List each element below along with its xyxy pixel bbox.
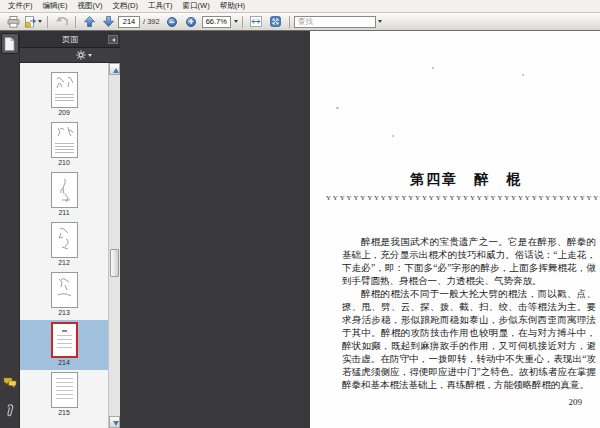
thumbnail-page-211[interactable]: 211 <box>20 170 108 220</box>
thumbnail-image <box>51 322 78 358</box>
previous-view-icon <box>55 16 68 27</box>
body-text: 醉棍是我国武术的宝贵遗产之一。它是在醉形、醉拳的基础上，充分显示出棍术的技巧和威… <box>342 236 596 392</box>
thumbnail-sketch <box>52 225 77 255</box>
paperclip-icon <box>4 403 15 418</box>
thumbnail-image <box>51 272 78 308</box>
attachments-panel-button[interactable] <box>1 400 19 421</box>
export-dropdown-caret[interactable] <box>38 20 42 23</box>
thumbnail-page-214-selected[interactable]: 214 <box>20 320 108 370</box>
zoom-level-select[interactable]: 66.7% <box>202 16 231 28</box>
thumbnail-page-label: 210 <box>58 159 70 166</box>
menu-document[interactable]: 文档(D) <box>110 0 145 12</box>
navigation-rail <box>0 31 20 428</box>
thumbnail-image <box>51 172 78 208</box>
scroll-down-button[interactable] <box>109 416 120 428</box>
hide-panel-button[interactable] <box>108 35 118 44</box>
pages-panel-header: 页面 <box>20 31 120 48</box>
thumbnail-sketch <box>52 275 77 301</box>
thumbnail-page-label: 209 <box>58 109 70 116</box>
document-pane: 第四章 醉 棍 YYYYYYYYYYYYYYYYYYYYYYYYYYYYYYYY… <box>120 31 600 428</box>
thumbnail-heading-line <box>62 330 67 332</box>
options-dropdown-caret[interactable] <box>88 54 92 57</box>
thumbnails-scrollbar[interactable] <box>108 63 120 428</box>
thumbnail-image <box>51 372 78 408</box>
pages-icon <box>4 37 15 51</box>
thumbnail-page-label: 215 <box>58 409 70 416</box>
thumbnail-textlines <box>55 94 74 103</box>
thumbnail-page-label: 212 <box>58 259 70 266</box>
comments-panel-button[interactable] <box>1 372 19 393</box>
rail-bottom-buttons <box>1 372 19 421</box>
toolbar-separator <box>75 16 76 28</box>
menu-tools[interactable]: 工具(T) <box>145 0 180 12</box>
menu-view[interactable]: 视图(V) <box>75 0 110 12</box>
toolbar-separator <box>47 16 48 28</box>
thumbnail-page-212[interactable]: 212 <box>20 220 108 270</box>
fit-width-button[interactable] <box>248 14 265 29</box>
main-area: 页面 <box>0 31 600 428</box>
zoom-dropdown-caret[interactable] <box>234 20 238 23</box>
thumbnail-sketch <box>52 176 77 206</box>
page-up-arrow-icon <box>84 16 95 27</box>
current-page-input[interactable] <box>118 16 140 28</box>
page-down-arrow-icon <box>103 16 114 27</box>
thumbnail-sketch <box>52 125 77 143</box>
total-pages-label: / 392 <box>143 17 160 26</box>
scan-artifact <box>336 107 339 109</box>
thumbnails-list: 209 210 211 <box>20 63 120 428</box>
printer-icon <box>7 16 20 28</box>
scan-artifact <box>432 67 434 69</box>
chapter-heading: 第四章 醉 棍 <box>310 171 600 189</box>
scan-artifact <box>522 74 524 76</box>
toolbar-separator <box>242 16 243 28</box>
pages-panel-title: 页面 <box>62 34 78 45</box>
options-gear-icon[interactable] <box>76 50 86 60</box>
thumbnail-image <box>51 72 78 108</box>
previous-page-button[interactable] <box>81 14 98 29</box>
find-dropdown-caret[interactable] <box>378 20 382 23</box>
paragraph: 醉棍是我国武术的宝贵遗产之一。它是在醉形、醉拳的基础上，充分显示出棍术的技巧和威… <box>342 236 596 288</box>
zoom-level-value: 66.7% <box>206 17 227 26</box>
next-page-button[interactable] <box>100 14 117 29</box>
zoom-out-button[interactable] <box>164 14 181 29</box>
thumbnail-image <box>51 222 78 258</box>
thumbnail-page-215[interactable]: 215 <box>20 370 108 420</box>
thumbnail-textlines <box>55 143 74 153</box>
thumbnail-page-209[interactable]: 209 <box>20 70 108 120</box>
export-button[interactable] <box>24 14 42 29</box>
export-document-icon <box>24 16 36 28</box>
thumbnail-sketch <box>52 75 77 95</box>
menu-help[interactable]: 帮助(H) <box>217 0 252 12</box>
thumbnail-page-label: 214 <box>58 359 70 366</box>
fit-page-button[interactable] <box>267 14 284 29</box>
zoom-in-icon <box>186 17 196 27</box>
document-page: 第四章 醉 棍 YYYYYYYYYYYYYYYYYYYYYYYYYYYYYYYY… <box>310 31 600 428</box>
menu-window[interactable]: 窗口(W) <box>180 0 217 12</box>
thumbnail-page-label: 213 <box>58 309 70 316</box>
fit-width-icon <box>250 16 262 27</box>
zoom-in-button[interactable] <box>183 14 200 29</box>
scroll-up-button[interactable] <box>109 63 120 75</box>
thumbnail-page-label: 211 <box>58 209 69 216</box>
ornament-divider: YYYYYYYYYYYYYYYYYYYYYYYYYYYYYYYYYYYYYYYY… <box>310 194 600 202</box>
toolbar: / 392 66.7% <box>0 13 600 31</box>
paragraph: 醉棍的棍法不同于一般大抡大劈的棍法，而以戳、点、撩、甩、劈、云、探、拨、截、扫、… <box>342 288 596 392</box>
pages-panel-options-bar <box>20 48 120 63</box>
print-button[interactable] <box>5 14 22 29</box>
thumbnail-image <box>51 122 78 158</box>
thumbnail-page-210[interactable]: 210 <box>20 120 108 170</box>
toolbar-separator <box>289 16 290 28</box>
thumbnail-textlines <box>57 335 72 351</box>
pages-panel-button[interactable] <box>1 33 19 54</box>
find-input[interactable] <box>294 16 376 28</box>
previous-view-button[interactable] <box>53 14 70 29</box>
menu-file[interactable]: 文件(F) <box>5 0 40 12</box>
menu-edit[interactable]: 编辑(E) <box>40 0 75 12</box>
fit-page-icon <box>270 16 281 27</box>
menu-bar: 文件(F) 编辑(E) 视图(V) 文档(D) 工具(T) 窗口(W) 帮助(H… <box>0 0 600 13</box>
comments-icon <box>3 377 17 388</box>
thumbnail-page-213[interactable]: 213 <box>20 270 108 320</box>
zoom-out-icon <box>167 17 177 27</box>
printed-page-number: 209 <box>310 397 582 407</box>
scrollbar-thumb[interactable] <box>110 249 119 277</box>
